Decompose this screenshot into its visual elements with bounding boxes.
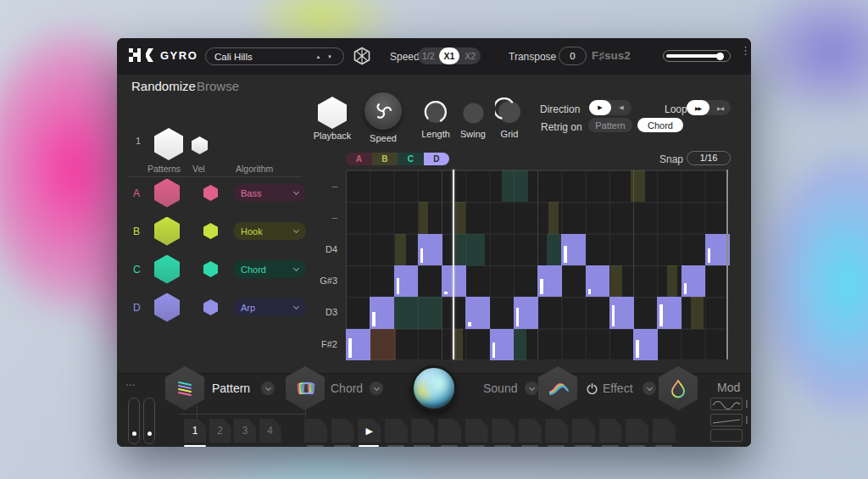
loop-toggle[interactable]: ▶▶ ▶◀ [687, 100, 731, 115]
layer-tab-A[interactable]: A [346, 153, 372, 165]
direction-reverse-icon[interactable]: ◀ [611, 104, 632, 111]
speed-option-1-2[interactable]: 1/2 [418, 47, 439, 64]
transpose-value[interactable]: 0 [559, 47, 587, 65]
chord-slot-14[interactable] [653, 419, 676, 443]
layer-tab-C[interactable]: C [398, 153, 424, 165]
chord-slot-6[interactable] [438, 419, 461, 443]
pattern-hexagon-A[interactable] [154, 179, 180, 208]
chord-slot-9[interactable] [519, 419, 542, 443]
velocity-tick[interactable] [420, 248, 424, 263]
chord-slot-12[interactable] [599, 419, 622, 443]
velocity-hexagon-button[interactable] [192, 136, 208, 154]
velocity-tick[interactable] [492, 343, 496, 358]
effect-chevron-icon[interactable] [643, 382, 656, 395]
note-step-6-D3[interactable] [465, 297, 490, 328]
note-step-14-D3[interactable] [657, 297, 682, 328]
note-step-3-G#3[interactable] [394, 265, 419, 297]
sound-hexagon-button[interactable] [538, 366, 577, 410]
patterns-hexagon-button[interactable] [154, 128, 183, 160]
chord-slot-3[interactable]: ▶ [358, 419, 381, 443]
pattern-hexagon-B[interactable] [154, 217, 180, 246]
preset-selector[interactable]: Cali Hills ▲ ▼ [205, 47, 344, 65]
pattern-hexagon-button[interactable] [165, 366, 204, 410]
retrig-pattern-option[interactable]: Pattern [588, 118, 632, 132]
velocity-tick[interactable] [540, 279, 543, 294]
velocity-tick[interactable] [516, 308, 520, 326]
note-step-7-F#2[interactable] [490, 329, 515, 360]
velocity-tick[interactable] [588, 289, 592, 294]
velocity-hexagon-A[interactable] [203, 185, 218, 201]
loop-pingpong-icon[interactable]: ▶◀ [709, 105, 731, 111]
chord-slot-2[interactable] [331, 419, 354, 443]
velocity-tick[interactable] [659, 304, 663, 326]
loop-forward-icon[interactable]: ▶▶ [687, 100, 709, 115]
direction-toggle[interactable]: ▶ ◀ [589, 100, 632, 115]
note-step-1-F#2[interactable] [346, 329, 370, 360]
note-step-11-G#3[interactable] [586, 265, 610, 297]
note-step-10-D4[interactable] [561, 234, 586, 265]
playback-hexagon-button[interactable] [318, 97, 347, 129]
chord-slot-1[interactable] [304, 419, 327, 443]
overflow-menu[interactable]: … [125, 376, 136, 388]
velocity-tick[interactable] [612, 305, 615, 326]
note-step-4-D4[interactable] [418, 234, 442, 265]
velocity-tick[interactable] [564, 246, 567, 263]
direction-forward-icon[interactable]: ▶ [589, 100, 611, 115]
sequencer-grid[interactable] [346, 170, 729, 359]
velocity-hexagon-C[interactable] [203, 261, 218, 277]
swing-knob[interactable] [462, 102, 485, 128]
velocity-tick[interactable] [397, 278, 400, 295]
length-knob[interactable] [421, 97, 450, 130]
macro-slider-1[interactable] [128, 398, 140, 444]
volume-knob[interactable] [716, 53, 724, 60]
note-step-9-G#3[interactable] [537, 265, 562, 297]
velocity-tick[interactable] [708, 248, 711, 263]
speed-segmented-control[interactable]: 1/2X1X2 [418, 47, 481, 64]
note-step-2-D3[interactable] [370, 297, 394, 328]
pattern-slot-3[interactable]: 3 [234, 419, 256, 443]
speed-knob[interactable] [364, 92, 402, 130]
macro-slider-2[interactable] [143, 398, 155, 444]
chord-slot-13[interactable] [626, 419, 648, 443]
tab-browse[interactable]: Browse [197, 79, 239, 93]
chord-slot-5[interactable] [411, 419, 434, 443]
mod-slot-sine[interactable] [710, 398, 743, 410]
retrig-chord-option[interactable]: Chord [637, 118, 683, 132]
chord-slot-11[interactable] [572, 419, 595, 443]
chord-hexagon-button[interactable] [286, 366, 325, 410]
velocity-tick[interactable] [468, 322, 471, 326]
velocity-tick[interactable] [444, 292, 448, 295]
mod-slot-ramp[interactable] [710, 414, 743, 426]
kebab-menu-icon[interactable]: ⋮ [740, 48, 751, 53]
effect-hexagon-button[interactable] [659, 366, 698, 410]
chord-slot-7[interactable] [465, 419, 488, 443]
pattern-chevron-icon[interactable] [261, 382, 275, 395]
algorithm-select-B[interactable]: Hook [233, 222, 306, 240]
volume-slider[interactable] [663, 50, 731, 62]
note-step-13-F#2[interactable] [633, 329, 658, 360]
preset-up-down-icons[interactable]: ▲ ▼ [315, 54, 335, 59]
pattern-slot-2[interactable]: 2 [209, 419, 231, 443]
loop-end-marker[interactable] [726, 170, 728, 359]
note-step-15-G#3[interactable] [682, 265, 706, 297]
layer-tab-D[interactable]: D [424, 153, 450, 165]
chord-slot-4[interactable] [385, 419, 408, 443]
pattern-hexagon-D[interactable] [154, 293, 180, 322]
pattern-slot-1[interactable]: 1 [184, 419, 206, 443]
chord-chevron-icon[interactable] [370, 382, 383, 395]
chord-slot-8[interactable] [492, 419, 515, 443]
grid-knob[interactable] [495, 97, 524, 130]
speed-option-X1[interactable]: X1 [439, 47, 460, 64]
layer-tab-B[interactable]: B [372, 153, 398, 165]
snap-value[interactable]: 1/16 [687, 151, 731, 165]
sound-orb-visualizer[interactable] [411, 365, 457, 411]
velocity-tick[interactable] [636, 340, 639, 358]
mod-slot-empty[interactable] [710, 429, 743, 442]
effect-power-icon[interactable] [587, 383, 598, 394]
note-step-12-D3[interactable] [609, 297, 634, 328]
algorithm-select-A[interactable]: Bass [233, 184, 306, 202]
tab-randomize[interactable]: Randomize [131, 79, 196, 93]
velocity-tick[interactable] [684, 283, 687, 295]
velocity-hexagon-B[interactable] [203, 223, 218, 239]
chord-slot-10[interactable] [545, 419, 568, 443]
